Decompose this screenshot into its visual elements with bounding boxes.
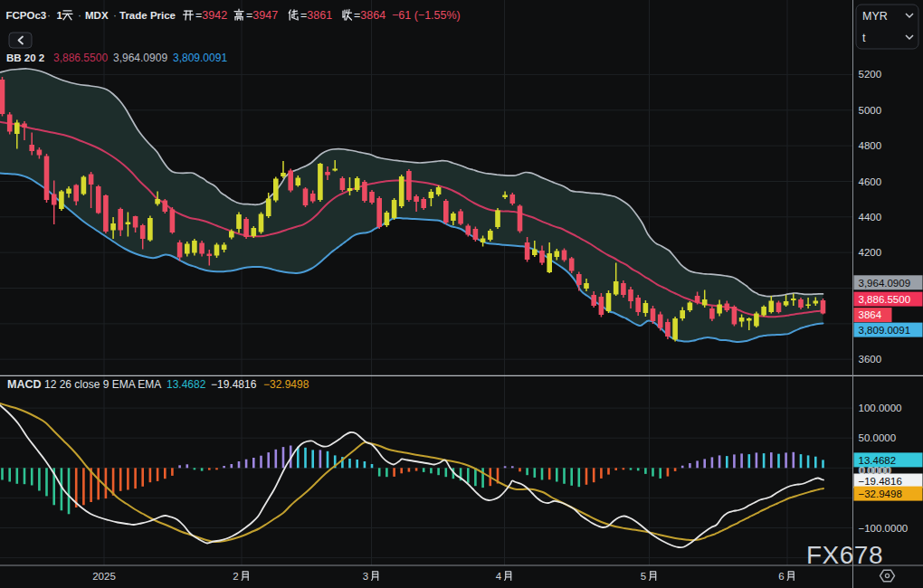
svg-text:3864: 3864 bbox=[859, 309, 882, 320]
svg-text:5: 5 bbox=[641, 571, 646, 582]
svg-text:3,964.0909: 3,964.0909 bbox=[859, 278, 911, 289]
svg-text:4600: 4600 bbox=[859, 176, 882, 187]
svg-text:FCPOc3: FCPOc3 bbox=[6, 10, 47, 21]
svg-text:5200: 5200 bbox=[859, 69, 882, 80]
svg-text:=3942: =3942 bbox=[195, 9, 227, 22]
svg-text:−32.9498: −32.9498 bbox=[263, 378, 309, 391]
svg-text:Trade Price: Trade Price bbox=[119, 10, 176, 21]
svg-text:2025: 2025 bbox=[92, 571, 116, 582]
svg-text:·: · bbox=[113, 9, 117, 22]
svg-text:3,964.0909: 3,964.0909 bbox=[113, 52, 167, 64]
svg-text:=3864: =3864 bbox=[354, 9, 385, 22]
svg-text:3,886.5500: 3,886.5500 bbox=[859, 294, 911, 305]
svg-text:3,809.0091: 3,809.0091 bbox=[173, 52, 227, 64]
svg-text:50.0000: 50.0000 bbox=[859, 432, 897, 443]
svg-text:6: 6 bbox=[778, 571, 784, 582]
svg-text:3,809.0091: 3,809.0091 bbox=[859, 325, 911, 336]
svg-text:FX678: FX678 bbox=[806, 541, 883, 569]
svg-text:5000: 5000 bbox=[859, 105, 882, 116]
svg-text:MACD 12 26 close 9 EMA EMA: MACD 12 26 close 9 EMA EMA bbox=[7, 378, 161, 391]
svg-text:BB 20 2: BB 20 2 bbox=[6, 52, 44, 63]
svg-text:=3947: =3947 bbox=[246, 9, 278, 22]
svg-text:4200: 4200 bbox=[859, 247, 882, 258]
svg-text:3,886.5500: 3,886.5500 bbox=[53, 52, 108, 64]
svg-text:−61 (−1.55%): −61 (−1.55%) bbox=[392, 9, 461, 22]
svg-text:100.0000: 100.0000 bbox=[859, 403, 902, 413]
svg-text:−19.4816: −19.4816 bbox=[859, 476, 902, 487]
svg-text:1: 1 bbox=[57, 10, 63, 21]
svg-text:2: 2 bbox=[233, 571, 238, 582]
svg-text:13.4682: 13.4682 bbox=[859, 455, 897, 466]
svg-text:−100.0000: −100.0000 bbox=[859, 523, 909, 534]
svg-text:·: · bbox=[78, 9, 81, 22]
svg-text:=3861: =3861 bbox=[300, 9, 332, 22]
svg-text:·: · bbox=[47, 9, 51, 22]
svg-text:MYR: MYR bbox=[862, 10, 888, 23]
svg-text:3600: 3600 bbox=[859, 354, 882, 365]
svg-text:4800: 4800 bbox=[859, 140, 882, 151]
svg-text:4400: 4400 bbox=[859, 212, 882, 223]
svg-text:3: 3 bbox=[363, 571, 368, 582]
svg-text:13.4682: 13.4682 bbox=[167, 378, 206, 391]
svg-text:4: 4 bbox=[496, 571, 502, 582]
svg-text:−19.4816: −19.4816 bbox=[211, 378, 257, 391]
svg-text:t: t bbox=[862, 32, 866, 44]
svg-text:−32.9498: −32.9498 bbox=[859, 488, 902, 499]
svg-text:MDX: MDX bbox=[85, 10, 109, 21]
